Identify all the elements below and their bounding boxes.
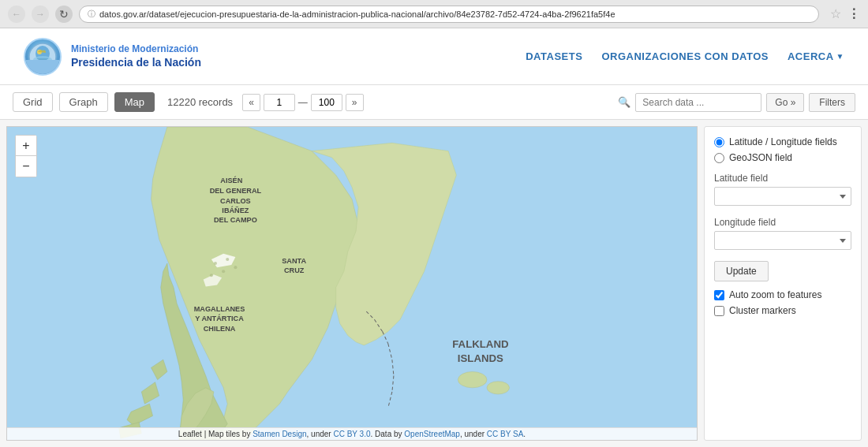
map-view-button[interactable]: Map xyxy=(114,92,155,112)
latlon-radio-row: Latitude / Longitude fields xyxy=(714,136,851,147)
svg-text:Y ANTÁRTICA: Y ANTÁRTICA xyxy=(195,314,244,322)
search-section: 🔍 Go » Filters xyxy=(618,93,855,112)
cluster-markers-checkbox[interactable] xyxy=(714,306,724,316)
latlon-label: Latitude / Longitude fields xyxy=(729,136,837,147)
svg-text:MAGALLANES: MAGALLANES xyxy=(194,305,245,313)
svg-text:CARLOS: CARLOS xyxy=(220,197,251,205)
svg-point-9 xyxy=(234,266,237,269)
page-input[interactable] xyxy=(264,94,295,111)
attribution-text: Leaflet | Map tiles by Stamen Design, un… xyxy=(178,430,526,438)
auto-zoom-row: Auto zoom to features xyxy=(714,289,851,300)
field-type-radio-group: Latitude / Longitude fields GeoJSON fiel… xyxy=(714,136,851,163)
site-nav: DATASETS ORGANIZACIONES CON DATOS ACERCA… xyxy=(526,50,844,62)
cluster-markers-label: Cluster markers xyxy=(729,305,796,316)
lon-select[interactable] xyxy=(714,231,851,250)
refresh-button[interactable]: ↻ xyxy=(55,6,73,23)
auto-zoom-checkbox[interactable] xyxy=(714,290,724,300)
svg-text:CRUZ: CRUZ xyxy=(284,266,305,274)
grid-view-button[interactable]: Grid xyxy=(13,92,53,112)
zoom-in-button[interactable]: + xyxy=(16,136,36,156)
first-page-button[interactable]: « xyxy=(242,94,260,111)
cluster-markers-row: Cluster markers xyxy=(714,305,851,316)
search-icon: 🔍 xyxy=(618,96,630,108)
next-page-button[interactable]: » xyxy=(346,94,364,111)
address-bar[interactable]: ⓘ datos.gov.ar/dataset/ejecucion-presupu… xyxy=(79,6,819,23)
forward-button[interactable]: → xyxy=(32,6,49,23)
logo-line2: Presidencia de la Nación xyxy=(71,55,201,69)
svg-text:AISÉN: AISÉN xyxy=(220,176,242,184)
page-total[interactable] xyxy=(311,94,342,111)
svg-point-6 xyxy=(226,258,229,261)
stamen-link[interactable]: Stamen Design xyxy=(253,430,306,438)
svg-text:SANTA: SANTA xyxy=(282,257,306,265)
back-button[interactable]: ← xyxy=(8,6,25,23)
map-zoom-controls: + − xyxy=(15,135,37,177)
lon-label: Longitude field xyxy=(714,217,851,228)
acerca-caret: ▼ xyxy=(836,52,844,61)
logo-emblem xyxy=(24,38,62,76)
svg-point-30 xyxy=(487,382,510,394)
right-panel: Latitude / Longitude fields GeoJSON fiel… xyxy=(704,126,862,441)
pagination: « — » xyxy=(242,94,363,111)
geojson-radio[interactable] xyxy=(714,153,724,163)
map-attribution: Leaflet | Map tiles by Stamen Design, un… xyxy=(7,427,697,440)
menu-icon[interactable]: ⋮ xyxy=(847,6,860,21)
auto-zoom-label: Auto zoom to features xyxy=(729,289,821,300)
osm-link[interactable]: OpenStreetMap xyxy=(404,430,460,438)
svg-text:DEL GENERAL: DEL GENERAL xyxy=(210,187,262,195)
svg-point-7 xyxy=(210,274,213,277)
ssl-icon: ⓘ xyxy=(88,9,95,20)
svg-point-2 xyxy=(33,56,52,64)
go-button[interactable]: Go » xyxy=(766,93,804,112)
search-input[interactable] xyxy=(635,93,761,112)
logo-area: Ministerio de Modernización Presidencia … xyxy=(24,38,201,76)
svg-point-5 xyxy=(214,262,217,265)
svg-text:IBÁÑEZ: IBÁÑEZ xyxy=(222,206,249,214)
graph-view-button[interactable]: Graph xyxy=(59,92,108,112)
browser-chrome: ← → ↻ ⓘ datos.gov.ar/dataset/ejecucion-p… xyxy=(0,0,868,28)
nav-acerca[interactable]: ACERCA ▼ xyxy=(788,50,844,62)
latitude-field-group: Latitude field xyxy=(714,173,851,206)
svg-point-8 xyxy=(222,270,225,273)
logo-svg xyxy=(28,43,57,71)
svg-text:CHILENA: CHILENA xyxy=(204,325,236,333)
bookmark-icon[interactable]: ☆ xyxy=(830,6,841,21)
url-text: datos.gov.ar/dataset/ejecucion-presupues… xyxy=(99,9,615,19)
filters-button[interactable]: Filters xyxy=(809,93,855,112)
lat-select[interactable] xyxy=(714,187,851,206)
zoom-out-button[interactable]: − xyxy=(16,156,36,177)
cc-sa-link[interactable]: CC BY SA xyxy=(487,430,524,438)
records-count: 12220 records xyxy=(167,96,233,108)
main-content: + − xyxy=(0,120,868,447)
nav-datasets[interactable]: DATASETS xyxy=(526,50,582,62)
page-separator: — xyxy=(298,97,308,108)
geojson-label: GeoJSON field xyxy=(729,152,792,163)
nav-organizaciones[interactable]: ORGANIZACIONES CON DATOS xyxy=(601,50,769,62)
site-header: Ministerio de Modernización Presidencia … xyxy=(0,28,868,85)
svg-text:ISLANDS: ISLANDS xyxy=(458,352,503,364)
update-button[interactable]: Update xyxy=(714,261,769,281)
geojson-radio-row: GeoJSON field xyxy=(714,152,851,163)
lat-label: Latitude field xyxy=(714,173,851,184)
cc-link[interactable]: CC BY 3.0 xyxy=(333,430,370,438)
logo-line1: Ministerio de Modernización xyxy=(71,43,201,56)
longitude-field-group: Longitude field xyxy=(714,217,851,250)
svg-text:DEL CAMPO: DEL CAMPO xyxy=(214,216,257,224)
svg-text:FALKLAND: FALKLAND xyxy=(452,338,508,350)
map-container[interactable]: + − xyxy=(6,126,698,441)
logo-text: Ministerio de Modernización Presidencia … xyxy=(71,43,201,70)
map-svg: AISÉN DEL GENERAL CARLOS IBÁÑEZ DEL CAMP… xyxy=(7,127,697,440)
svg-point-29 xyxy=(458,371,487,387)
toolbar: Grid Graph Map 12220 records « — » 🔍 Go … xyxy=(0,85,868,120)
latlon-radio[interactable] xyxy=(714,137,724,147)
